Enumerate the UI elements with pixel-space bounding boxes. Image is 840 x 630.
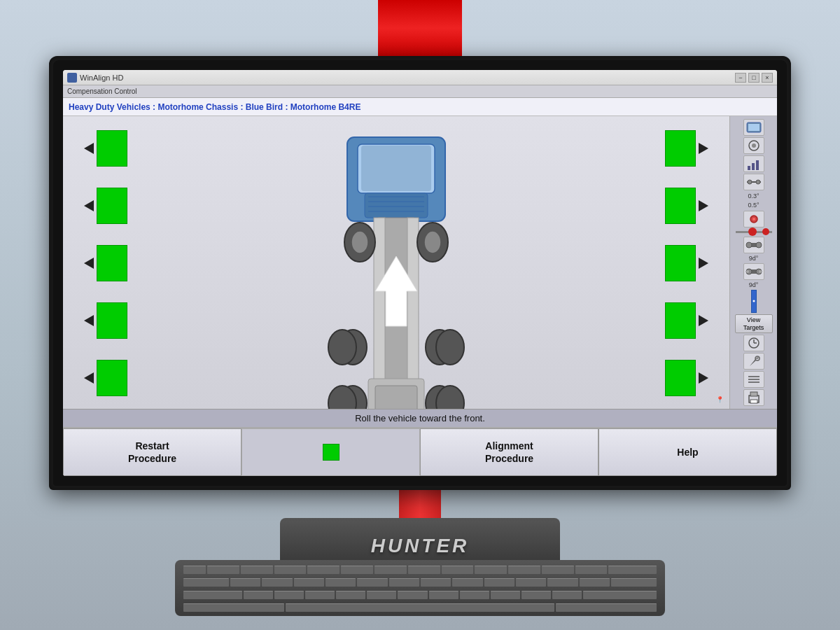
- svg-point-45: [746, 270, 749, 273]
- position-bar: [736, 229, 772, 234]
- right-sensor-row-4: [665, 302, 708, 339]
- help-button[interactable]: Help: [598, 428, 777, 476]
- left-arrow-5: [84, 372, 94, 384]
- title-bar: WinAlign HD − □ ×: [63, 70, 777, 85]
- alignment-procedure-button[interactable]: AlignmentProcedure: [420, 428, 598, 476]
- sidebar-clock-icon[interactable]: [743, 335, 764, 351]
- help-label: Help: [677, 446, 698, 458]
- green-block-right-2: [665, 188, 696, 224]
- compensation-control-bar: Compensation Control: [63, 85, 777, 98]
- monitor-frame: WinAlign HD − □ × Compensation Control H…: [49, 56, 791, 490]
- right-sensor-row-3: [665, 245, 708, 281]
- center-indicator: [241, 428, 420, 476]
- comp-control-label: Compensation Control: [67, 88, 137, 95]
- window-controls[interactable]: − □ ×: [735, 73, 773, 83]
- right-arrow-1: [699, 143, 708, 154]
- right-sidebar: 0.3° 0.5° 9: [729, 116, 777, 409]
- minimize-button[interactable]: −: [735, 73, 746, 83]
- restart-procedure-button[interactable]: RestartProcedure: [63, 428, 241, 476]
- green-block-right-1: [665, 130, 696, 167]
- right-sensor-blocks: [665, 130, 708, 396]
- green-block-left-2: [97, 188, 127, 224]
- green-block-left-4: [97, 302, 127, 339]
- stand-neck: [399, 490, 441, 518]
- monitor-bezel: WinAlign HD − □ × Compensation Control H…: [53, 60, 787, 486]
- alignment-label: AlignmentProcedure: [485, 440, 533, 465]
- main-content: 📍: [63, 116, 777, 409]
- svg-point-40: [746, 242, 752, 248]
- svg-rect-2: [361, 146, 431, 191]
- svg-point-14: [351, 231, 368, 253]
- vehicle-graphic: [298, 130, 494, 409]
- right-sensor-row-5: [665, 360, 708, 396]
- green-block-left-5: [97, 360, 127, 396]
- bottom-button-bar: RestartProcedure AlignmentProcedure Help: [63, 427, 777, 476]
- svg-point-30: [752, 144, 756, 148]
- left-sensor-row-1: [84, 130, 127, 167]
- sidebar-front-axle-icon[interactable]: [743, 237, 764, 253]
- app-icon: [67, 73, 77, 83]
- svg-point-46: [759, 270, 762, 273]
- sidebar-vehicle-icon[interactable]: [743, 119, 764, 136]
- left-sensor-row-2: [84, 188, 127, 224]
- right-arrow-4: [699, 315, 708, 326]
- svg-point-41: [756, 242, 762, 248]
- restart-label: RestartProcedure: [128, 440, 176, 465]
- svg-rect-33: [756, 160, 759, 170]
- sidebar-list-icon[interactable]: [743, 371, 764, 388]
- left-sensor-row-4: [84, 302, 127, 339]
- brand-label: HUNTER: [371, 535, 470, 557]
- sidebar-wrench-icon[interactable]: [743, 353, 764, 370]
- left-arrow-4: [84, 315, 94, 326]
- screen: WinAlign HD − □ × Compensation Control H…: [63, 70, 777, 476]
- status-message: Roll the vehicle toward the front.: [355, 413, 485, 424]
- sidebar-sensor-icon[interactable]: [743, 211, 764, 227]
- left-sensor-blocks: [84, 130, 127, 396]
- keyboard[interactable]: [175, 560, 665, 616]
- vehicle-display-area: 📍: [63, 116, 729, 409]
- scale-label-1: 0.3° 0.5°: [748, 192, 759, 209]
- svg-rect-32: [752, 163, 755, 170]
- right-sensor-row-1: [665, 130, 708, 167]
- corner-logo: 📍: [716, 396, 724, 403]
- sidebar-axle-icon[interactable]: [743, 174, 764, 190]
- green-block-left-3: [97, 245, 127, 281]
- svg-rect-31: [748, 166, 750, 170]
- green-status-indicator: [323, 444, 340, 461]
- sidebar-settings-icon[interactable]: [743, 137, 764, 154]
- sidebar-chart-icon[interactable]: [743, 155, 764, 172]
- left-arrow-2: [84, 200, 94, 211]
- green-block-right-4: [665, 302, 696, 339]
- sidebar-pct-label-1: 9d°: [749, 255, 759, 262]
- truck-svg: [298, 130, 494, 409]
- svg-point-35: [748, 180, 752, 184]
- green-block-right-5: [665, 360, 696, 396]
- right-arrow-3: [699, 258, 708, 269]
- breadcrumb: Heavy Duty Vehicles : Motorhome Chassis …: [63, 98, 777, 116]
- height-indicator: [751, 290, 757, 314]
- right-sensor-row-2: [665, 188, 708, 224]
- breadcrumb-text: Heavy Duty Vehicles : Motorhome Chassis …: [69, 102, 360, 112]
- svg-point-15: [424, 231, 441, 253]
- status-bar: Roll the vehicle toward the front.: [63, 409, 777, 427]
- svg-rect-28: [748, 124, 760, 131]
- sidebar-pct-label-2: 9d°: [749, 281, 759, 288]
- green-block-left-1: [97, 130, 127, 167]
- svg-point-38: [752, 218, 755, 220]
- right-arrow-5: [699, 372, 708, 384]
- left-arrow-3: [84, 258, 94, 269]
- svg-point-18: [328, 330, 356, 365]
- view-targets-label: ViewTargets: [743, 316, 764, 332]
- left-arrow-1: [84, 143, 94, 154]
- sidebar-rear-axle-icon[interactable]: [743, 263, 764, 280]
- sidebar-print-icon[interactable]: [743, 389, 764, 406]
- svg-rect-55: [750, 392, 757, 396]
- close-button[interactable]: ×: [762, 73, 773, 83]
- svg-point-19: [436, 330, 464, 365]
- right-arrow-2: [699, 200, 708, 211]
- left-sensor-row-5: [84, 360, 127, 396]
- maximize-button[interactable]: □: [748, 73, 760, 83]
- app-title: WinAlign HD: [80, 74, 735, 82]
- view-targets-button[interactable]: ViewTargets: [735, 314, 773, 333]
- green-block-right-3: [665, 245, 696, 281]
